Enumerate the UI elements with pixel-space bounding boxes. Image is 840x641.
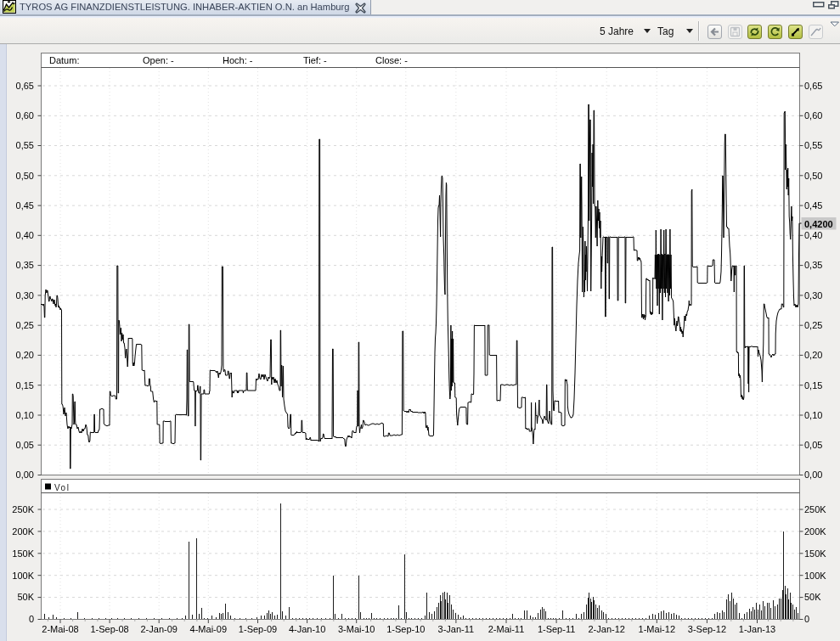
svg-text:0,15: 0,15 bbox=[16, 380, 34, 391]
svg-text:150K: 150K bbox=[804, 548, 826, 559]
svg-text:2-Mai-11: 2-Mai-11 bbox=[488, 624, 525, 634]
svg-text:Tief: -: Tief: - bbox=[303, 55, 327, 65]
svg-text:0,50: 0,50 bbox=[16, 171, 34, 181]
svg-text:0,20: 0,20 bbox=[16, 350, 34, 360]
svg-text:0,25: 0,25 bbox=[16, 320, 34, 330]
svg-text:0,45: 0,45 bbox=[804, 200, 822, 211]
svg-text:100K: 100K bbox=[12, 571, 34, 581]
svg-text:Datum:: Datum: bbox=[49, 55, 79, 65]
svg-text:Vol: Vol bbox=[54, 483, 70, 492]
svg-text:0,35: 0,35 bbox=[804, 260, 822, 270]
svg-text:1-Mai-12: 1-Mai-12 bbox=[639, 624, 675, 634]
svg-text:0,45: 0,45 bbox=[16, 200, 34, 211]
svg-text:0: 0 bbox=[29, 614, 34, 624]
svg-text:Open: -: Open: - bbox=[143, 55, 174, 65]
svg-text:0,55: 0,55 bbox=[804, 140, 822, 150]
svg-text:2-Jan-12: 2-Jan-12 bbox=[588, 624, 624, 634]
svg-text:0,55: 0,55 bbox=[16, 140, 34, 150]
svg-text:0,05: 0,05 bbox=[16, 440, 34, 450]
svg-text:0,00: 0,00 bbox=[804, 470, 822, 480]
svg-text:0,35: 0,35 bbox=[16, 260, 34, 270]
svg-text:100K: 100K bbox=[804, 571, 826, 581]
svg-text:1-Sep-08: 1-Sep-08 bbox=[90, 624, 128, 634]
svg-text:4-Jan-10: 4-Jan-10 bbox=[289, 624, 325, 634]
svg-text:1-Sep-10: 1-Sep-10 bbox=[386, 624, 425, 634]
svg-text:0,40: 0,40 bbox=[804, 230, 822, 240]
svg-text:250K: 250K bbox=[12, 504, 34, 514]
svg-text:1-Sep-09: 1-Sep-09 bbox=[239, 624, 277, 634]
svg-text:Hoch: -: Hoch: - bbox=[223, 55, 253, 65]
svg-text:4-Mai-09: 4-Mai-09 bbox=[190, 624, 227, 634]
svg-text:50K: 50K bbox=[17, 592, 34, 602]
svg-text:Close: -: Close: - bbox=[375, 55, 408, 65]
svg-text:3-Sep-12: 3-Sep-12 bbox=[688, 624, 726, 634]
svg-text:2-Mai-08: 2-Mai-08 bbox=[42, 624, 78, 634]
svg-text:3-Jan-11: 3-Jan-11 bbox=[438, 624, 475, 634]
svg-text:0,00: 0,00 bbox=[16, 470, 34, 480]
svg-text:0,4200: 0,4200 bbox=[804, 219, 833, 229]
svg-text:0,30: 0,30 bbox=[16, 290, 34, 301]
svg-text:0,60: 0,60 bbox=[16, 110, 34, 121]
svg-text:1-Jan-13: 1-Jan-13 bbox=[739, 624, 775, 634]
svg-text:0,20: 0,20 bbox=[804, 350, 822, 360]
svg-text:200K: 200K bbox=[804, 526, 826, 537]
svg-text:0,25: 0,25 bbox=[804, 320, 822, 330]
svg-text:0,15: 0,15 bbox=[804, 380, 822, 391]
svg-text:0,60: 0,60 bbox=[804, 110, 822, 121]
svg-text:0,50: 0,50 bbox=[804, 171, 822, 181]
svg-text:150K: 150K bbox=[12, 548, 34, 559]
svg-text:0,10: 0,10 bbox=[804, 410, 822, 420]
svg-text:3-Mai-10: 3-Mai-10 bbox=[338, 624, 375, 634]
svg-text:0,05: 0,05 bbox=[804, 440, 822, 450]
svg-text:250K: 250K bbox=[804, 504, 826, 514]
svg-text:0: 0 bbox=[804, 614, 809, 624]
svg-text:0,65: 0,65 bbox=[804, 81, 822, 91]
svg-text:2-Jan-09: 2-Jan-09 bbox=[140, 624, 177, 634]
svg-text:50K: 50K bbox=[804, 592, 821, 602]
svg-text:0,30: 0,30 bbox=[804, 290, 822, 301]
svg-text:0,65: 0,65 bbox=[16, 81, 34, 91]
svg-text:0,10: 0,10 bbox=[16, 410, 34, 420]
svg-text:200K: 200K bbox=[12, 526, 34, 537]
svg-text:1-Sep-11: 1-Sep-11 bbox=[538, 624, 575, 634]
svg-text:0,40: 0,40 bbox=[16, 230, 34, 240]
